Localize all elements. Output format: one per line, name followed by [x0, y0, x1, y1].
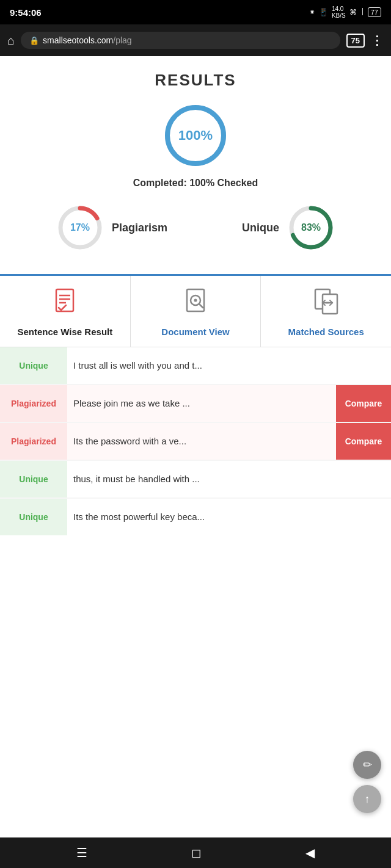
nav-menu-icon[interactable]: ☰ — [76, 845, 87, 860]
result-row: Unique I trust all is well with you and … — [0, 347, 391, 384]
nav-home-icon[interactable]: ◻ — [191, 845, 202, 860]
big-circle-text: 100% — [178, 128, 213, 143]
sim-icon: 📱 — [319, 8, 328, 16]
fab-container: ✏ ↑ — [353, 751, 381, 813]
unique-badge: Unique — [0, 461, 67, 497]
results-title: RESULTS — [12, 71, 379, 90]
tab-document-view[interactable]: Document View — [131, 276, 261, 347]
status-time: 9:54:06 — [10, 7, 42, 18]
tab-sentence-wise[interactable]: Sentence Wise Result — [0, 276, 131, 347]
wifi-icon: ⌘ — [349, 8, 357, 16]
tab-document-view-label: Document View — [161, 326, 229, 338]
unique-circle: 83% — [287, 203, 335, 252]
unique-stat: Unique 83% — [242, 203, 335, 252]
result-text: Its the password with a ve... — [67, 423, 336, 460]
compare-button[interactable]: Compare — [336, 423, 391, 460]
unique-percent: 83% — [301, 222, 321, 233]
home-icon[interactable]: ⌂ — [7, 34, 15, 48]
status-icons: ⁕ 📱 14.0KB/S ⌘ ⏐ 77 — [309, 5, 381, 19]
big-circle: 100% — [162, 102, 229, 169]
bluetooth-icon: ⁕ — [309, 8, 315, 16]
url-text: smallseotools.com/plag — [43, 35, 132, 45]
completed-text: Completed: 100% Checked — [12, 178, 379, 189]
url-bar[interactable]: 🔒 smallseotools.com/plag — [21, 32, 340, 49]
results-section: RESULTS 100% Completed: 100% Checked — [0, 56, 391, 274]
browser-bar: ⌂ 🔒 smallseotools.com/plag 75 ⋮ — [0, 24, 391, 56]
battery-icon: 77 — [368, 7, 381, 17]
result-row: Unique Its the most powerful key beca... — [0, 499, 391, 535]
big-circle-container: 100% — [12, 102, 379, 169]
document-view-icon — [181, 287, 210, 320]
result-text: Its the most powerful key beca... — [67, 499, 391, 535]
main-content: RESULTS 100% Completed: 100% Checked — [0, 56, 391, 868]
plagiarized-badge: Plagiarized — [0, 385, 67, 422]
nav-back-icon[interactable]: ◀ — [305, 845, 315, 860]
help-fab-button[interactable]: ✏ — [353, 751, 381, 779]
status-bar: 9:54:06 ⁕ 📱 14.0KB/S ⌘ ⏐ 77 — [0, 0, 391, 24]
result-text: Please join me as we take ... — [67, 385, 336, 422]
browser-menu-icon[interactable]: ⋮ — [371, 33, 384, 48]
svg-line-13 — [199, 304, 203, 308]
plagiarism-stat: 17% Plagiarism — [56, 203, 167, 252]
svg-point-12 — [194, 299, 197, 302]
compare-button[interactable]: Compare — [336, 385, 391, 422]
up-icon: ↑ — [365, 793, 370, 806]
unique-badge: Unique — [0, 347, 67, 384]
plagiarized-badge: Plagiarized — [0, 423, 67, 460]
help-icon: ✏ — [363, 758, 372, 772]
tab-matched-sources-label: Matched Sources — [288, 326, 364, 338]
result-row: Unique thus, it must be handled with ... — [0, 461, 391, 497]
result-text: thus, it must be handled with ... — [67, 461, 391, 497]
matched-sources-icon — [312, 287, 341, 320]
tab-matched-sources[interactable]: Matched Sources — [261, 276, 391, 347]
sentence-wise-icon — [50, 287, 79, 320]
tab-sentence-wise-label: Sentence Wise Result — [17, 326, 112, 338]
scroll-up-fab-button[interactable]: ↑ — [353, 785, 381, 813]
unique-badge: Unique — [0, 499, 67, 535]
tabs-section: Sentence Wise Result Document View — [0, 276, 391, 347]
tab-count[interactable]: 75 — [346, 34, 365, 48]
lock-icon: 🔒 — [29, 36, 39, 45]
plagiarism-circle: 17% — [56, 203, 104, 252]
stats-row: 17% Plagiarism Unique 83% — [12, 203, 379, 264]
result-text: I trust all is well with you and t... — [67, 347, 391, 384]
result-row: Plagiarized Its the password with a ve..… — [0, 423, 391, 460]
data-speed: 14.0KB/S — [332, 5, 346, 19]
unique-label: Unique — [242, 222, 279, 234]
plagiarism-label: Plagiarism — [112, 222, 167, 234]
bottom-nav-bar: ☰ ◻ ◀ — [0, 837, 391, 868]
plagiarism-percent: 17% — [70, 222, 90, 233]
results-list: Unique I trust all is well with you and … — [0, 347, 391, 535]
svg-rect-15 — [323, 294, 337, 314]
signal-icon: ⏐ — [360, 8, 364, 16]
result-row: Plagiarized Please join me as we take ..… — [0, 385, 391, 422]
